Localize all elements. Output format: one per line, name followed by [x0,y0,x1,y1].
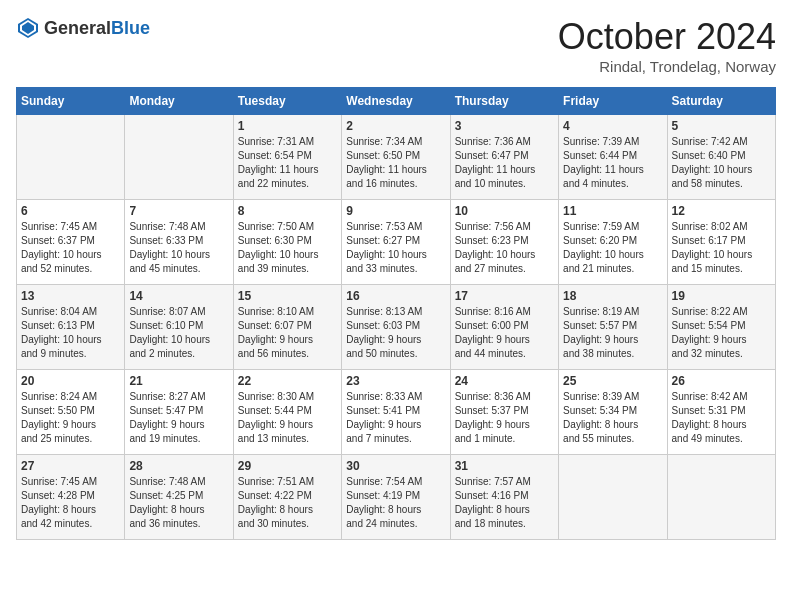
day-number: 4 [563,119,662,133]
calendar-cell: 24Sunrise: 8:36 AM Sunset: 5:37 PM Dayli… [450,370,558,455]
calendar-cell: 12Sunrise: 8:02 AM Sunset: 6:17 PM Dayli… [667,200,775,285]
calendar-cell: 22Sunrise: 8:30 AM Sunset: 5:44 PM Dayli… [233,370,341,455]
calendar-cell: 3Sunrise: 7:36 AM Sunset: 6:47 PM Daylig… [450,115,558,200]
calendar-cell [559,455,667,540]
day-number: 17 [455,289,554,303]
logo-blue: Blue [111,18,150,38]
calendar-cell: 29Sunrise: 7:51 AM Sunset: 4:22 PM Dayli… [233,455,341,540]
day-info: Sunrise: 7:51 AM Sunset: 4:22 PM Dayligh… [238,475,337,531]
day-info: Sunrise: 7:54 AM Sunset: 4:19 PM Dayligh… [346,475,445,531]
day-number: 8 [238,204,337,218]
day-number: 29 [238,459,337,473]
day-number: 24 [455,374,554,388]
day-info: Sunrise: 7:50 AM Sunset: 6:30 PM Dayligh… [238,220,337,276]
day-number: 5 [672,119,771,133]
col-thursday: Thursday [450,88,558,115]
calendar-cell: 28Sunrise: 7:48 AM Sunset: 4:25 PM Dayli… [125,455,233,540]
day-info: Sunrise: 7:42 AM Sunset: 6:40 PM Dayligh… [672,135,771,191]
day-info: Sunrise: 7:34 AM Sunset: 6:50 PM Dayligh… [346,135,445,191]
day-info: Sunrise: 7:56 AM Sunset: 6:23 PM Dayligh… [455,220,554,276]
day-info: Sunrise: 8:33 AM Sunset: 5:41 PM Dayligh… [346,390,445,446]
title-section: October 2024 Rindal, Trondelag, Norway [558,16,776,75]
calendar-cell: 5Sunrise: 7:42 AM Sunset: 6:40 PM Daylig… [667,115,775,200]
month-title: October 2024 [558,16,776,58]
day-number: 13 [21,289,120,303]
calendar-cell: 23Sunrise: 8:33 AM Sunset: 5:41 PM Dayli… [342,370,450,455]
calendar-cell: 10Sunrise: 7:56 AM Sunset: 6:23 PM Dayli… [450,200,558,285]
day-number: 25 [563,374,662,388]
calendar-cell: 13Sunrise: 8:04 AM Sunset: 6:13 PM Dayli… [17,285,125,370]
day-number: 21 [129,374,228,388]
page-header: GeneralBlue October 2024 Rindal, Trondel… [16,16,776,75]
header-row: Sunday Monday Tuesday Wednesday Thursday… [17,88,776,115]
day-number: 10 [455,204,554,218]
day-number: 2 [346,119,445,133]
day-info: Sunrise: 7:48 AM Sunset: 4:25 PM Dayligh… [129,475,228,531]
day-info: Sunrise: 8:10 AM Sunset: 6:07 PM Dayligh… [238,305,337,361]
day-number: 6 [21,204,120,218]
location-subtitle: Rindal, Trondelag, Norway [558,58,776,75]
calendar-cell: 18Sunrise: 8:19 AM Sunset: 5:57 PM Dayli… [559,285,667,370]
day-info: Sunrise: 8:07 AM Sunset: 6:10 PM Dayligh… [129,305,228,361]
day-number: 22 [238,374,337,388]
day-info: Sunrise: 8:04 AM Sunset: 6:13 PM Dayligh… [21,305,120,361]
calendar-week-3: 13Sunrise: 8:04 AM Sunset: 6:13 PM Dayli… [17,285,776,370]
day-number: 18 [563,289,662,303]
calendar-cell: 15Sunrise: 8:10 AM Sunset: 6:07 PM Dayli… [233,285,341,370]
day-number: 9 [346,204,445,218]
day-info: Sunrise: 7:48 AM Sunset: 6:33 PM Dayligh… [129,220,228,276]
calendar-cell: 7Sunrise: 7:48 AM Sunset: 6:33 PM Daylig… [125,200,233,285]
calendar-week-4: 20Sunrise: 8:24 AM Sunset: 5:50 PM Dayli… [17,370,776,455]
day-number: 23 [346,374,445,388]
calendar-week-2: 6Sunrise: 7:45 AM Sunset: 6:37 PM Daylig… [17,200,776,285]
calendar-cell: 17Sunrise: 8:16 AM Sunset: 6:00 PM Dayli… [450,285,558,370]
calendar-cell: 14Sunrise: 8:07 AM Sunset: 6:10 PM Dayli… [125,285,233,370]
day-info: Sunrise: 8:30 AM Sunset: 5:44 PM Dayligh… [238,390,337,446]
day-info: Sunrise: 8:13 AM Sunset: 6:03 PM Dayligh… [346,305,445,361]
day-info: Sunrise: 8:16 AM Sunset: 6:00 PM Dayligh… [455,305,554,361]
calendar-cell: 20Sunrise: 8:24 AM Sunset: 5:50 PM Dayli… [17,370,125,455]
day-info: Sunrise: 7:53 AM Sunset: 6:27 PM Dayligh… [346,220,445,276]
day-info: Sunrise: 7:36 AM Sunset: 6:47 PM Dayligh… [455,135,554,191]
calendar-cell: 2Sunrise: 7:34 AM Sunset: 6:50 PM Daylig… [342,115,450,200]
day-number: 7 [129,204,228,218]
calendar-cell: 26Sunrise: 8:42 AM Sunset: 5:31 PM Dayli… [667,370,775,455]
calendar-cell: 31Sunrise: 7:57 AM Sunset: 4:16 PM Dayli… [450,455,558,540]
calendar-table: Sunday Monday Tuesday Wednesday Thursday… [16,87,776,540]
day-info: Sunrise: 7:31 AM Sunset: 6:54 PM Dayligh… [238,135,337,191]
calendar-cell: 30Sunrise: 7:54 AM Sunset: 4:19 PM Dayli… [342,455,450,540]
calendar-week-1: 1Sunrise: 7:31 AM Sunset: 6:54 PM Daylig… [17,115,776,200]
calendar-cell: 27Sunrise: 7:45 AM Sunset: 4:28 PM Dayli… [17,455,125,540]
calendar-cell: 21Sunrise: 8:27 AM Sunset: 5:47 PM Dayli… [125,370,233,455]
day-info: Sunrise: 8:22 AM Sunset: 5:54 PM Dayligh… [672,305,771,361]
day-info: Sunrise: 7:59 AM Sunset: 6:20 PM Dayligh… [563,220,662,276]
calendar-cell: 19Sunrise: 8:22 AM Sunset: 5:54 PM Dayli… [667,285,775,370]
calendar-cell: 25Sunrise: 8:39 AM Sunset: 5:34 PM Dayli… [559,370,667,455]
day-number: 14 [129,289,228,303]
calendar-header: Sunday Monday Tuesday Wednesday Thursday… [17,88,776,115]
day-info: Sunrise: 7:57 AM Sunset: 4:16 PM Dayligh… [455,475,554,531]
day-number: 31 [455,459,554,473]
day-info: Sunrise: 8:39 AM Sunset: 5:34 PM Dayligh… [563,390,662,446]
col-wednesday: Wednesday [342,88,450,115]
day-number: 26 [672,374,771,388]
col-sunday: Sunday [17,88,125,115]
calendar-cell: 6Sunrise: 7:45 AM Sunset: 6:37 PM Daylig… [17,200,125,285]
day-number: 28 [129,459,228,473]
calendar-cell: 11Sunrise: 7:59 AM Sunset: 6:20 PM Dayli… [559,200,667,285]
day-info: Sunrise: 7:39 AM Sunset: 6:44 PM Dayligh… [563,135,662,191]
col-friday: Friday [559,88,667,115]
day-number: 27 [21,459,120,473]
calendar-week-5: 27Sunrise: 7:45 AM Sunset: 4:28 PM Dayli… [17,455,776,540]
col-monday: Monday [125,88,233,115]
day-info: Sunrise: 8:24 AM Sunset: 5:50 PM Dayligh… [21,390,120,446]
day-info: Sunrise: 8:27 AM Sunset: 5:47 PM Dayligh… [129,390,228,446]
calendar-cell [125,115,233,200]
calendar-body: 1Sunrise: 7:31 AM Sunset: 6:54 PM Daylig… [17,115,776,540]
col-tuesday: Tuesday [233,88,341,115]
logo-icon [16,16,40,40]
day-info: Sunrise: 8:36 AM Sunset: 5:37 PM Dayligh… [455,390,554,446]
day-number: 15 [238,289,337,303]
day-number: 16 [346,289,445,303]
day-info: Sunrise: 8:02 AM Sunset: 6:17 PM Dayligh… [672,220,771,276]
